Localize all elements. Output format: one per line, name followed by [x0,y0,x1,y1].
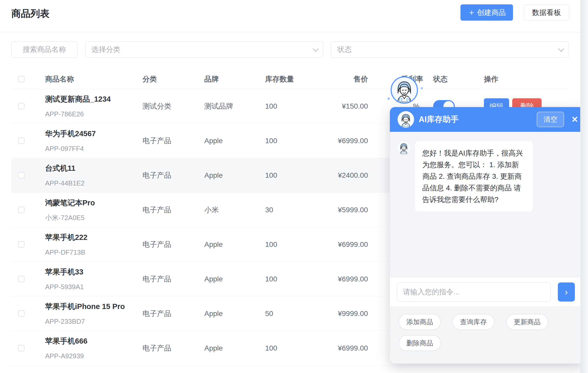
clear-chat-button[interactable]: 清空 [537,112,564,127]
product-name: 苹果手机iPhone 15 Pro [45,302,142,311]
product-code: APP-A92939 [45,352,142,360]
row-checkbox[interactable] [18,276,24,282]
row-checkbox[interactable] [18,241,24,248]
quick-action-update[interactable]: 更新商品 [506,314,548,330]
product-name: 鸿蒙笔记本Pro [45,198,142,207]
chat-input-row: › [390,277,586,306]
product-code: 小米-72A0E5 [45,214,142,222]
product-price: ¥6999.00 [312,137,368,145]
product-name: 华为手机24567 [45,129,142,138]
send-button[interactable]: › [558,282,575,302]
col-brand: 品牌 [204,74,265,84]
product-stock: 100 [265,171,312,180]
create-product-label: 创建商品 [477,8,506,18]
product-brand: Apple [204,344,265,352]
category-select[interactable]: 选择分类 [85,41,323,58]
product-name: 苹果手机222 [45,233,142,242]
product-category: 电子产品 [142,171,204,180]
product-name: 台式机11 [45,164,142,173]
woman-avatar-icon [398,112,413,127]
col-category: 分类 [142,74,204,84]
close-icon[interactable]: ✕ [571,115,578,124]
data-dashboard-button[interactable]: 数据看板 [524,4,569,21]
send-icon: › [565,287,568,297]
chat-command-input[interactable] [397,282,551,302]
quick-action-add[interactable]: 添加商品 [399,314,441,330]
product-name: 苹果手机666 [45,337,142,345]
chat-avatar [398,111,414,128]
table-row: 苹果手机 [11,366,569,373]
product-category: 电子产品 [142,136,204,146]
status-select-placeholder: 状态 [337,45,558,54]
woman-avatar-icon [392,78,416,102]
chevron-down-icon [558,46,564,52]
product-price: ¥2400.00 [312,171,368,180]
data-dashboard-label: 数据看板 [532,8,561,18]
product-price: ¥6999.00 [312,344,368,352]
plus-icon: ＋ [468,7,475,18]
col-stock: 库存数量 [265,74,312,84]
product-brand: Apple [204,310,265,318]
row-checkbox[interactable] [18,207,24,213]
product-code: APP-786E26 [45,110,142,118]
product-brand: Apple [204,137,265,145]
ai-assistant-avatar[interactable] [391,76,418,104]
category-select-placeholder: 选择分类 [91,45,313,54]
col-name: 商品名称 [45,74,142,84]
row-checkbox[interactable] [18,172,24,179]
col-price: 售价 [312,74,368,84]
product-code: APP-233BD7 [45,318,142,325]
quick-action-delete[interactable]: 删除商品 [399,335,441,351]
product-stock: 100 [265,102,312,110]
chevron-down-icon [313,46,319,52]
product-category: 电子产品 [142,240,204,249]
page-scrollbar[interactable] [580,0,588,373]
row-checkbox[interactable] [18,310,24,317]
product-brand: Apple [204,171,265,180]
create-product-button[interactable]: ＋ 创建商品 [460,4,513,21]
quick-actions: 添加商品 查询库存 更新商品 删除商品 [390,306,586,363]
product-price: ¥9999.00 [312,310,368,318]
status-select[interactable]: 状态 [331,41,569,58]
search-input[interactable] [11,41,77,58]
product-stock: 50 [265,310,312,318]
select-all-checkbox[interactable] [18,76,24,82]
product-price: ¥150.00 [312,102,368,110]
col-actions: 操作 [484,74,569,84]
row-checkbox[interactable] [18,345,24,351]
product-stock: 30 [265,206,312,214]
product-code: APP-44B1E2 [45,179,142,187]
product-stock: 100 [265,137,312,145]
col-status: 状态 [423,74,484,84]
row-checkbox[interactable] [18,103,24,109]
product-brand: Apple [204,240,265,249]
product-category: 电子产品 [142,343,204,353]
product-brand: 测试品牌 [204,101,265,111]
woman-avatar-icon [398,142,410,154]
product-category: 电子产品 [142,205,204,215]
assistant-message: 您好！我是AI库存助手，很高兴为您服务。您可以： 1. 添加新商品 2. 查询商… [397,141,579,212]
decor-dot [388,98,390,100]
row-checkbox[interactable] [18,137,24,144]
product-price: ¥5999.00 [312,206,368,214]
product-brand: Apple [204,275,265,283]
product-name: 测试更新商品_1234 [45,95,142,103]
page-title: 商品列表 [11,7,49,20]
product-code: APP-097FF4 [45,145,142,152]
product-brand: 小米 [204,205,265,215]
table-header: 商品名称 分类 品牌 库存数量 售价 毛利率 状态 操作 [11,69,569,89]
chat-title: AI库存助手 [419,114,537,125]
product-code: APP-5939A1 [45,283,142,291]
product-category: 电子产品 [142,274,204,284]
quick-action-query[interactable]: 查询库存 [452,314,494,330]
chat-messages: 您好！我是AI库存助手，很高兴为您服务。您可以： 1. 添加新商品 2. 查询商… [390,132,586,277]
product-price: ¥6999.00 [312,240,368,249]
product-stock: 100 [265,275,312,283]
product-category: 测试分类 [142,101,204,111]
product-code: APP-DF713B [45,248,142,256]
product-name: 苹果手机33 [45,267,142,276]
product-category: 电子产品 [142,309,204,319]
product-stock: 100 [265,240,312,249]
ai-chat-panel: AI库存助手 清空 ✕ 您好！我是AI库存助手，很高兴为您服务。您可以： 1. … [390,107,586,363]
product-price: ¥6999.00 [312,275,368,283]
